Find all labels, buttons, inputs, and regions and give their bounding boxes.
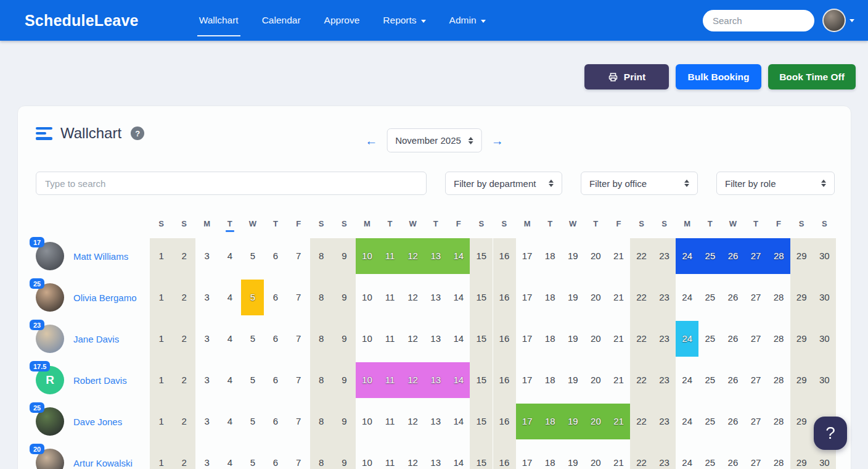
day-cell-19[interactable]: 19 [562, 280, 584, 315]
day-cell-15[interactable]: 15 [470, 445, 493, 469]
day-cell-8[interactable]: 8 [310, 238, 333, 274]
day-cell-9[interactable]: 9 [333, 445, 356, 469]
day-cell-14[interactable]: 14 [447, 404, 470, 439]
nav-item-wallchart[interactable]: Wallchart [199, 11, 239, 30]
day-cell-10[interactable]: 10 [356, 404, 379, 439]
day-cell-16[interactable]: 16 [493, 445, 515, 469]
day-cell-17[interactable]: 17 [516, 321, 539, 357]
day-cell-7[interactable]: 7 [287, 404, 310, 439]
day-cell-9[interactable]: 9 [333, 238, 356, 274]
day-cell-20[interactable]: 20 [584, 445, 607, 469]
day-cell-16[interactable]: 16 [493, 404, 515, 439]
day-cell-13[interactable]: 13 [424, 445, 447, 469]
day-cell-11[interactable]: 11 [379, 404, 401, 439]
day-cell-8[interactable]: 8 [310, 321, 333, 357]
day-cell-27[interactable]: 27 [744, 445, 767, 469]
day-cell-22[interactable]: 22 [630, 321, 653, 357]
day-cell-26[interactable]: 26 [721, 404, 744, 439]
day-cell-5[interactable]: 5 [241, 445, 264, 469]
day-cell-25[interactable]: 25 [698, 321, 721, 357]
global-search-input[interactable] [703, 10, 814, 31]
day-cell-3[interactable]: 3 [195, 445, 218, 469]
user-avatar[interactable] [822, 9, 846, 32]
booking-block[interactable]: 1718192021 [516, 404, 631, 439]
day-cell-24[interactable]: 24 [676, 404, 698, 439]
day-cell-5[interactable]: 5 [241, 362, 264, 398]
day-cell-15[interactable]: 15 [470, 280, 493, 315]
day-cell-19[interactable]: 19 [562, 362, 584, 398]
day-cell-1[interactable]: 1 [150, 445, 173, 469]
day-cell-1[interactable]: 1 [150, 321, 173, 357]
nav-item-admin[interactable]: Admin [449, 11, 486, 30]
employee-name-link[interactable]: Dave Jones [73, 417, 122, 427]
day-cell-1[interactable]: 1 [150, 238, 173, 274]
day-cell-18[interactable]: 18 [539, 445, 562, 469]
day-cell-2[interactable]: 2 [173, 238, 195, 274]
day-cell-18[interactable]: 18 [539, 238, 562, 274]
day-cell-22[interactable]: 22 [630, 362, 653, 398]
day-cell-20[interactable]: 20 [584, 280, 607, 315]
day-cell-29[interactable]: 29 [790, 362, 813, 398]
day-cell-23[interactable]: 23 [653, 238, 676, 274]
day-cell-26[interactable]: 26 [721, 321, 744, 357]
employee-name-link[interactable]: Artur Kowalski [73, 458, 133, 468]
day-cell-3[interactable]: 3 [195, 404, 218, 439]
day-cell-20[interactable]: 20 [584, 238, 607, 274]
month-select[interactable]: November 2025 [387, 128, 482, 152]
day-cell-24[interactable]: 24 [676, 445, 698, 469]
day-cell-26[interactable]: 26 [721, 362, 744, 398]
day-cell-25[interactable]: 25 [698, 404, 721, 439]
print-button[interactable]: Print [584, 64, 669, 89]
day-cell-6[interactable]: 6 [264, 362, 287, 398]
day-cell-19[interactable]: 19 [562, 445, 584, 469]
day-cell-2[interactable]: 2 [173, 404, 195, 439]
day-cell-3[interactable]: 3 [195, 280, 218, 315]
day-cell-7[interactable]: 7 [287, 445, 310, 469]
day-cell-9[interactable]: 9 [333, 362, 356, 398]
day-cell-29[interactable]: 29 [790, 238, 813, 274]
day-cell-17[interactable]: 17 [516, 238, 539, 274]
day-cell-11[interactable]: 11 [379, 321, 401, 357]
day-cell-8[interactable]: 8 [310, 445, 333, 469]
day-cell-9[interactable]: 9 [333, 321, 356, 357]
day-cell-10[interactable]: 10 [356, 321, 379, 357]
prev-month-arrow[interactable]: ← [365, 135, 377, 147]
day-cell-14[interactable]: 14 [447, 445, 470, 469]
day-cell-21[interactable]: 21 [607, 445, 630, 469]
day-cell-7[interactable]: 7 [287, 362, 310, 398]
day-cell-15[interactable]: 15 [470, 362, 493, 398]
nav-item-calendar[interactable]: Calendar [262, 11, 301, 30]
day-cell-26[interactable]: 26 [721, 280, 744, 315]
day-cell-6[interactable]: 6 [264, 238, 287, 274]
day-cell-25[interactable]: 25 [698, 362, 721, 398]
day-cell-29[interactable]: 29 [790, 280, 813, 315]
wallchart-help-icon[interactable]: ? [131, 127, 144, 140]
day-cell-3[interactable]: 3 [195, 321, 218, 357]
employee-name-link[interactable]: Olivia Bergamo [73, 293, 137, 303]
day-cell-21[interactable]: 21 [607, 362, 630, 398]
book-time-off-button[interactable]: Book Time Off [768, 64, 856, 89]
nav-item-approve[interactable]: Approve [324, 11, 360, 30]
day-cell-10[interactable]: 10 [356, 445, 379, 469]
day-cell-2[interactable]: 2 [173, 321, 195, 357]
day-cell-22[interactable]: 22 [630, 238, 653, 274]
day-cell-29[interactable]: 29 [790, 445, 813, 469]
day-cell-8[interactable]: 8 [310, 280, 333, 315]
role-filter-select[interactable]: Filter by role [716, 172, 835, 195]
day-cell-23[interactable]: 23 [653, 280, 676, 315]
day-cell-8[interactable]: 8 [310, 404, 333, 439]
day-cell-2[interactable]: 2 [173, 445, 195, 469]
day-cell-15[interactable]: 15 [470, 321, 493, 357]
booking-block[interactable]: 5 [241, 280, 264, 315]
day-cell-30[interactable]: 30 [813, 238, 836, 274]
day-cell-28[interactable]: 28 [768, 445, 790, 469]
day-cell-30[interactable]: 30 [813, 280, 836, 315]
day-cell-10[interactable]: 10 [356, 280, 379, 315]
day-cell-1[interactable]: 1 [150, 404, 173, 439]
day-cell-23[interactable]: 23 [653, 445, 676, 469]
booking-block[interactable]: 24 [676, 321, 698, 357]
day-cell-2[interactable]: 2 [173, 362, 195, 398]
day-cell-7[interactable]: 7 [287, 321, 310, 357]
day-cell-4[interactable]: 4 [218, 238, 241, 274]
next-month-arrow[interactable]: → [491, 135, 504, 147]
